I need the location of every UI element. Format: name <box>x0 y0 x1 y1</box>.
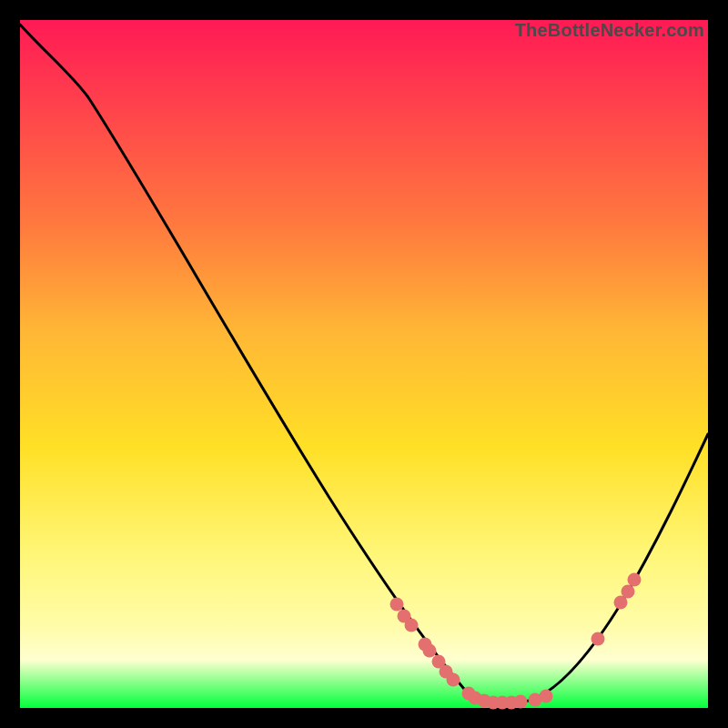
chart-data-point <box>622 585 635 599</box>
chart-dots-group <box>390 573 642 710</box>
chart-data-point <box>514 695 528 709</box>
chart-data-point <box>447 673 460 687</box>
chart-curve <box>20 25 708 703</box>
chart-data-point <box>540 690 553 703</box>
chart-data-point <box>405 619 419 632</box>
chart-svg <box>20 20 708 708</box>
chart-frame: TheBottleNecker.com <box>20 20 708 708</box>
chart-data-point <box>628 573 642 587</box>
chart-data-point <box>423 644 437 658</box>
chart-data-point <box>592 632 605 646</box>
chart-data-point <box>390 598 404 612</box>
